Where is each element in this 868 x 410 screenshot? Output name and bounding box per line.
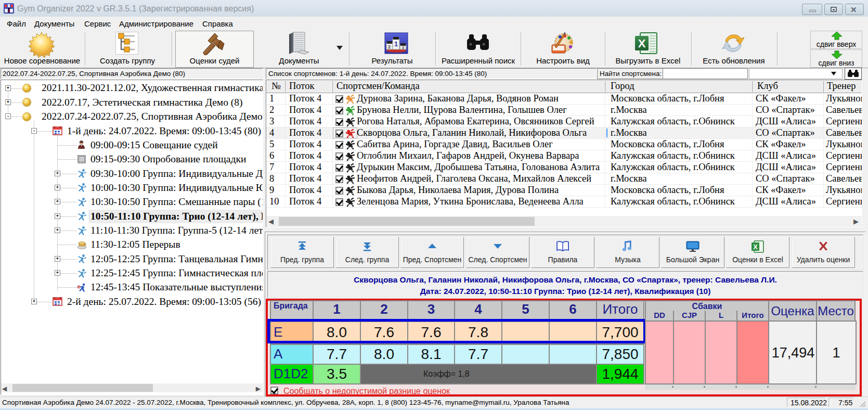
svg-text:X: X (638, 37, 646, 50)
svg-text:2: 2 (388, 44, 391, 49)
svg-text:X: X (753, 243, 758, 251)
svg-text:3: 3 (402, 46, 404, 49)
svg-text:1: 1 (8, 8, 10, 13)
svg-text:1: 1 (394, 40, 398, 48)
